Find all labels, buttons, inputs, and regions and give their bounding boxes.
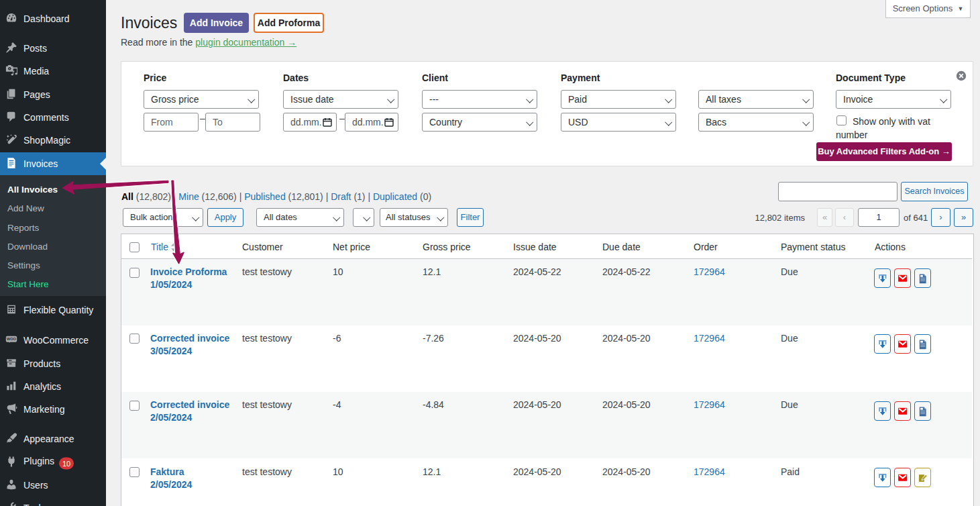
svg-text:WOO: WOO xyxy=(7,337,17,341)
